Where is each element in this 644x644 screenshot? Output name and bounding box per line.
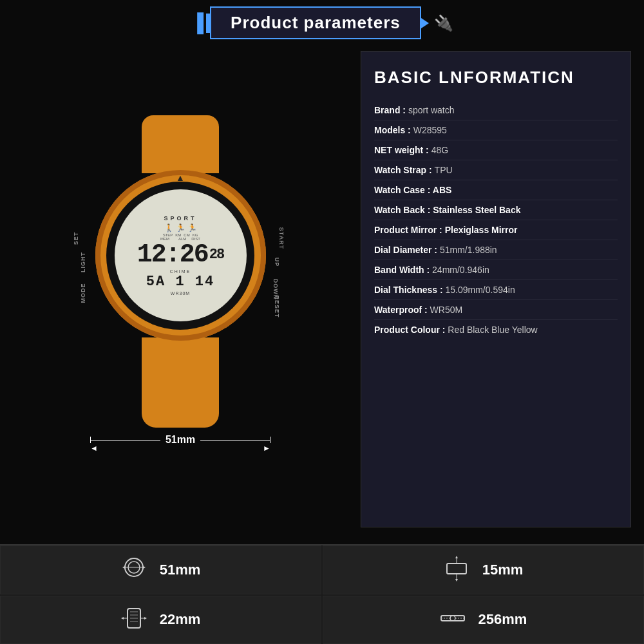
dimension-section: 51mm ◄ ► [90,434,270,453]
back-value: Stainless Steel Back [433,205,520,215]
dial-thickness-label: Dial Thickness : [374,285,445,295]
info-row-back: Watch Back : Stainless Steel Back [374,200,618,220]
info-row-case: Watch Case : ABS [374,180,618,200]
arrow-left: ◄ [90,444,98,453]
watch-inner-ring: SPORT 🚶 🏃 🏃 STEP KM CM [106,182,254,330]
watch-small-time: 5A 1 14 [146,274,214,290]
case-value: ABS [433,185,452,195]
dim-right-tick [270,437,270,443]
svg-marker-4 [143,566,146,569]
dim-tick-v-right [270,437,270,443]
svg-rect-5 [447,564,466,574]
info-row-dial-thickness: Dial Thickness : 15.09mm/0.594in [374,280,618,300]
arrowheads: ◄ ► [90,444,270,453]
mirror-label: Product Mirror : [374,225,445,235]
waterproof-value: WR50M [430,305,463,315]
info-row-dial-diameter: Dial Diameter : 51mm/1.988in [374,240,618,260]
info-row-strap: Watch Strap : TPU [374,160,618,180]
strap-bottom [142,337,219,428]
btn-light-label: LIGHT [80,252,86,272]
svg-point-20 [450,616,455,621]
time-main: 12:26 [137,241,208,269]
spec-cell-band-length: 256mm [323,596,644,645]
header-title-box: Product parameters [210,6,421,39]
dial-thickness-value: 15.09mm/0.594in [445,285,515,295]
svg-marker-14 [144,617,147,620]
info-panel: BASIC LNFORMATICN Brand : sport watch Mo… [361,51,631,527]
band-length-icon [440,605,466,634]
strap-value: TPU [435,165,453,175]
models-label: Models : [374,125,413,135]
watch-section: SET LIGHT MODE START UP DOWN RESET ▲ S [13,51,348,527]
spec-band-width-value: 22mm [160,611,201,628]
info-row-brand: Brand : sport watch [374,100,618,120]
svg-marker-3 [122,566,125,569]
spec-diameter-value: 51mm [160,562,201,578]
info-row-band-width: Band Width : 24mm/0.946in [374,260,618,280]
watch-outer: SET LIGHT MODE START UP DOWN RESET ▲ S [58,102,303,476]
spec-thickness-value: 15mm [482,562,524,578]
btn-start-label: START [278,227,285,249]
weight-value: 48G [431,145,448,155]
info-row-mirror: Product Mirror : Plexiglass Mirror [374,220,618,240]
mirror-value: Plexiglass Mirror [445,225,518,235]
svg-marker-13 [121,617,124,620]
spec-cell-diameter: 51mm [0,545,321,594]
info-heading: BASIC LNFORMATICN [374,68,618,88]
watch-assembly: SET LIGHT MODE START UP DOWN RESET ▲ S [58,115,303,453]
main-content: SET LIGHT MODE START UP DOWN RESET ▲ S [0,44,644,534]
dial-diameter-value: 51mm/1.988in [440,245,497,255]
band-width-value: 24mm/0.946in [432,265,489,275]
wr-label: WR30M [171,291,190,296]
watch-main-time: 12:26 28 [137,241,223,269]
top-marker: ▲ [176,173,185,183]
spec-band-length-value: 256mm [478,611,527,628]
band-width-label: Band Width : [374,265,432,275]
watch-face: SPORT 🚶 🏃 🏃 STEP KM CM [115,189,247,321]
watch-case: SET LIGHT MODE START UP DOWN RESET ▲ S [95,170,266,341]
colour-value: Red Black Blue Yellow [448,325,537,335]
case-label: Watch Case : [374,185,433,195]
strap-top [142,115,219,173]
models-value: W28595 [413,125,447,135]
watch-thickness-icon [444,556,469,584]
page-header: ▐ Product parameters 🔌 [0,0,644,44]
page-title: Product parameters [231,13,401,32]
info-row-colour: Product Colour : Red Black Blue Yellow [374,320,618,339]
activity-icons-row: 🚶 🏃 🏃 [164,223,197,232]
btn-set-label: SET [73,231,79,245]
watch-brand-label: SPORT [164,215,196,222]
btn-reset-label: RESET [274,295,280,317]
weight-label: NET weight : [374,145,431,155]
dim-line-h2 [200,440,270,440]
dial-diameter-label: Dial Diameter : [374,245,440,255]
brand-label: Brand : [374,105,408,115]
arrow-right: ► [263,444,270,453]
spec-cell-band-width: 22mm [0,596,321,645]
info-row-models: Models : W28595 [374,120,618,140]
brand-value: sport watch [408,105,455,115]
btn-mode-label: MODE [79,283,86,303]
watch-diameter-icon [121,554,147,585]
walk-icon: 🚶 [164,223,174,232]
header-icon: 🔌 [434,14,453,32]
header-bracket-left: ▐ [191,13,204,33]
strap-label: Watch Strap : [374,165,435,175]
info-row-weight: NET weight : 48G [374,140,618,160]
chime-label: CHIME [170,269,191,274]
info-row-waterproof: Waterproof : WR50M [374,300,618,320]
bottom-specs-bar: 51mm 15mm [0,544,644,644]
run-icon: 🏃 [176,223,185,232]
spec-cell-thickness: 15mm [323,545,644,594]
svg-marker-8 [455,556,458,558]
svg-marker-9 [455,579,458,582]
band-width-icon [121,605,147,634]
dim-line-h [91,440,160,440]
btn-up-label: UP [274,258,280,267]
waterproof-label: Waterproof : [374,305,430,315]
colour-label: Product Colour : [374,325,448,335]
back-label: Watch Back : [374,205,433,215]
bike-icon: 🏃 [187,223,197,232]
time-secondary: 28 [209,247,223,263]
